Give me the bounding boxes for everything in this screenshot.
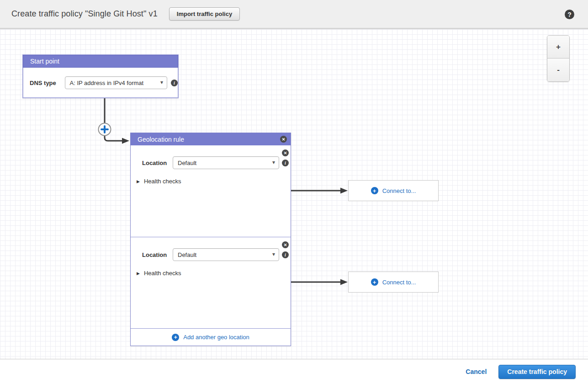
page-title: Create traffic policy "Single Git Host" … [11, 9, 158, 19]
create-traffic-policy-button[interactable]: Create traffic policy [498, 365, 576, 379]
location-label: Location [142, 251, 173, 258]
location-row: Location Default ▾ i [142, 248, 289, 261]
add-rule-plus-icon [101, 126, 108, 133]
health-checks-expander[interactable]: ▶ Health checks [137, 270, 181, 277]
location-selected-value: Default [178, 251, 196, 258]
start-point-header: Start point [23, 55, 178, 68]
geo-location-section: ✕ Location Default ▾ i ▶ Health checks [131, 237, 291, 328]
location-row: Location Default ▾ i [142, 156, 289, 169]
dns-type-label: DNS type [30, 80, 65, 86]
plus-icon: + [172, 334, 179, 341]
dns-type-row: DNS type A: IP address in IPv4 format ▾ … [23, 67, 178, 89]
zoom-in-button[interactable]: + [547, 36, 569, 59]
location-select[interactable]: Default ▾ [173, 156, 279, 169]
health-checks-expander[interactable]: ▶ Health checks [137, 178, 181, 185]
location-info-icon[interactable]: i [282, 251, 289, 258]
help-icon[interactable]: ? [565, 10, 574, 19]
policy-editor-canvas[interactable]: + - Start point DNS type A: IP address i… [0, 29, 588, 359]
dns-type-selected-value: A: IP address in IPv4 format [70, 80, 144, 86]
chevron-down-icon: ▾ [272, 159, 275, 165]
location-selected-value: Default [178, 160, 196, 166]
dns-type-info-icon[interactable]: i [171, 80, 178, 86]
top-header-bar: Create traffic policy "Single Git Host" … [0, 0, 588, 29]
footer-action-bar: Cancel Create traffic policy [0, 359, 588, 384]
import-traffic-policy-button[interactable]: Import traffic policy [169, 7, 240, 21]
health-checks-label: Health checks [144, 178, 181, 185]
remove-location-close-icon[interactable]: ✕ [282, 149, 289, 156]
start-point-title: Start point [30, 58, 59, 65]
geo-location-section: ✕ Location Default ▾ i ▶ Health checks [131, 145, 291, 237]
remove-rule-close-icon[interactable]: ✕ [280, 136, 287, 143]
zoom-out-button[interactable]: - [547, 59, 569, 81]
add-another-geo-location-button[interactable]: + Add another geo location [131, 328, 291, 346]
connect-to-box[interactable]: + Connect to... [348, 272, 439, 293]
disclosure-triangle-icon: ▶ [137, 179, 140, 184]
chevron-down-icon: ▾ [272, 251, 275, 257]
canvas-zoom-controls: + - [547, 35, 570, 82]
connect-to-label: Connect to... [382, 279, 416, 286]
cancel-button[interactable]: Cancel [466, 368, 487, 375]
disclosure-triangle-icon: ▶ [137, 271, 140, 276]
geolocation-rule-box: Geolocation rule ✕ ✕ Location Default ▾ … [130, 133, 291, 346]
geolocation-rule-title: Geolocation rule [138, 136, 184, 143]
chevron-down-icon: ▾ [160, 79, 163, 85]
location-select[interactable]: Default ▾ [173, 248, 279, 261]
location-info-icon[interactable]: i [282, 160, 289, 166]
location-label: Location [142, 160, 173, 166]
plus-icon: + [371, 278, 378, 286]
remove-location-close-icon[interactable]: ✕ [282, 241, 289, 248]
connect-to-box[interactable]: + Connect to... [348, 180, 439, 201]
health-checks-label: Health checks [144, 270, 181, 277]
connect-to-label: Connect to... [382, 187, 416, 194]
plus-icon: + [371, 187, 378, 194]
dns-type-select[interactable]: A: IP address in IPv4 format ▾ [65, 76, 167, 89]
add-geo-location-label: Add another geo location [183, 334, 249, 341]
start-point-box: Start point DNS type A: IP address in IP… [22, 54, 179, 98]
geolocation-rule-header: Geolocation rule ✕ [131, 133, 291, 145]
